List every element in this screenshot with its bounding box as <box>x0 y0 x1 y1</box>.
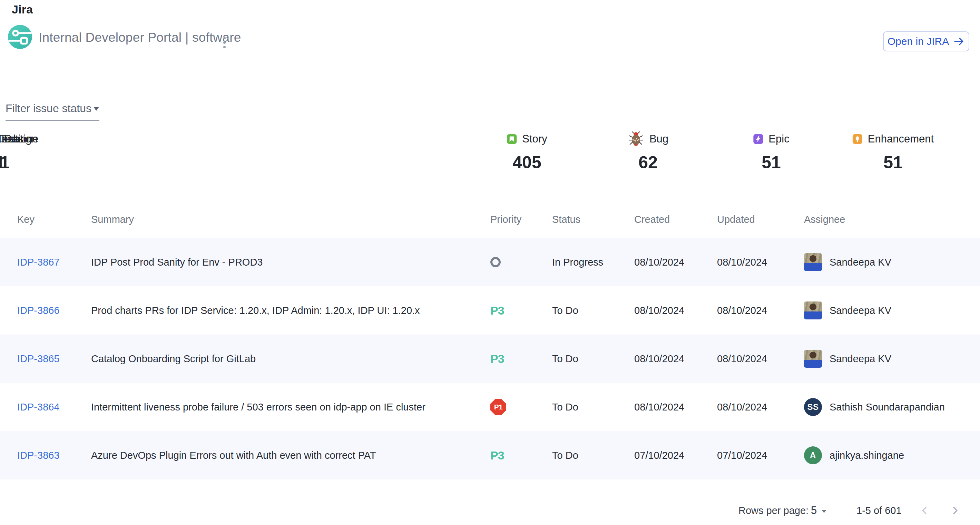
rows-per-page-label: Rows per page: <box>738 505 808 516</box>
issues-table: IDP-3867 IDP Post Prod Sanity for Env - … <box>0 238 980 479</box>
priority-p3-icon: P3 <box>490 304 504 317</box>
priority-p1-badge-icon: P1 <box>490 399 506 415</box>
assignee-name: ajinkya.shingane <box>830 450 904 461</box>
issue-key-link[interactable]: IDP-3865 <box>17 353 60 364</box>
counter-count: 51 <box>883 152 903 173</box>
counter-count: 1 <box>0 152 5 173</box>
priority-p3-icon: P3 <box>490 352 504 365</box>
counter-count: 51 <box>762 152 781 173</box>
open-in-jira-label: Open in JIRA <box>888 35 949 47</box>
kebab-icon <box>223 37 226 39</box>
counter-ux-design: UX Design 1 <box>0 128 38 173</box>
issue-key-link[interactable]: IDP-3864 <box>17 401 60 412</box>
column-header-key: Key <box>17 213 35 226</box>
entity-name: Internal Developer Portal | software <box>39 30 241 45</box>
rows-per-page-select[interactable]: 5 <box>811 504 826 517</box>
assignee-avatar-photo <box>804 253 822 271</box>
page-title: Jira <box>12 3 33 16</box>
issue-created: 08/10/2024 <box>634 401 684 413</box>
counter-story: Story 405 <box>507 128 547 173</box>
arrow-right-icon <box>953 35 965 47</box>
issue-status: In Progress <box>552 257 603 268</box>
pagination-prev-button[interactable] <box>919 504 930 516</box>
issue-summary: Prod charts PRs for IDP Service: 1.20.x,… <box>91 305 420 316</box>
counter-label: Epic <box>768 133 789 145</box>
counter-count: 405 <box>512 152 541 173</box>
counter-epic: Epic 51 <box>753 128 789 173</box>
column-header-created: Created <box>634 213 670 226</box>
issue-updated: 08/10/2024 <box>717 353 767 365</box>
issue-summary: Intermittent liveness probe failure / 50… <box>91 401 425 413</box>
pagination-next-button[interactable] <box>949 504 961 516</box>
issue-status-filter-label: Filter issue status <box>6 102 91 115</box>
jira-project-avatar-icon <box>8 25 32 49</box>
issue-key-link[interactable]: IDP-3863 <box>17 450 60 461</box>
column-header-priority: Priority <box>490 213 522 226</box>
table-row: IDP-3867 IDP Post Prod Sanity for Env - … <box>0 238 980 286</box>
counter-label: Story <box>522 133 547 145</box>
issue-status: To Do <box>552 305 578 316</box>
assignee-name: Sandeepa KV <box>830 353 891 365</box>
issue-created: 07/10/2024 <box>634 450 684 461</box>
table-row: IDP-3866 Prod charts PRs for IDP Service… <box>0 286 980 335</box>
priority-none-icon <box>490 257 501 267</box>
issue-updated: 08/10/2024 <box>717 257 767 268</box>
issue-status: To Do <box>552 450 578 461</box>
table-row: IDP-3865 Catalog Onboarding Script for G… <box>0 335 980 383</box>
assignee-name: Sathish Soundarapandian <box>830 401 945 413</box>
counter-enhancement: Enhancement 51 <box>852 128 934 173</box>
issues-table-header: Key Summary Priority Status Created Upda… <box>0 213 980 226</box>
issue-created: 08/10/2024 <box>634 305 684 316</box>
column-header-assignee: Assignee <box>804 213 845 226</box>
kebab-menu-button[interactable] <box>218 32 230 52</box>
enhancement-icon <box>852 134 863 144</box>
column-header-updated: Updated <box>717 213 755 226</box>
svg-text:</>: </> <box>633 137 640 142</box>
issue-status: To Do <box>552 401 578 413</box>
counter-label: UX Design <box>0 133 38 145</box>
issue-updated: 07/10/2024 <box>717 450 767 461</box>
issue-key-link[interactable]: IDP-3867 <box>17 257 60 268</box>
epic-icon <box>753 134 763 144</box>
issue-summary: IDP Post Prod Sanity for Env - PROD3 <box>91 257 263 268</box>
issue-created: 08/10/2024 <box>634 257 684 268</box>
dropdown-caret-icon <box>822 510 826 513</box>
issue-status-filter-select[interactable]: Filter issue status <box>6 102 99 121</box>
bug-icon: </> <box>628 131 644 147</box>
pagination-range: 1-5 of 601 <box>856 505 902 516</box>
issue-summary: Catalog Onboarding Script for GitLab <box>91 353 256 365</box>
counter-label: Bug <box>649 133 668 145</box>
assignee-name: Sandeepa KV <box>830 257 891 268</box>
chevron-left-icon <box>919 504 930 516</box>
assignee-name: Sandeepa KV <box>830 305 891 316</box>
open-in-jira-button[interactable]: Open in JIRA <box>883 32 969 51</box>
chevron-right-icon <box>949 504 961 516</box>
counter-count: 62 <box>638 152 658 173</box>
column-header-status: Status <box>552 213 581 226</box>
assignee-avatar-photo <box>804 350 822 368</box>
table-row: IDP-3863 Azure DevOps Plugin Errors out … <box>0 431 980 479</box>
priority-p3-icon: P3 <box>490 449 504 462</box>
issue-updated: 08/10/2024 <box>717 305 767 316</box>
counter-label: Enhancement <box>868 133 934 145</box>
story-icon <box>507 134 517 144</box>
counter-bug: </> Bug 62 <box>628 128 668 173</box>
column-header-summary: Summary <box>91 213 134 226</box>
assignee-avatar-photo <box>804 301 822 319</box>
rows-per-page-value: 5 <box>811 504 817 517</box>
issue-status: To Do <box>552 353 578 365</box>
issue-key-link[interactable]: IDP-3866 <box>17 305 60 316</box>
assignee-avatar: A <box>804 446 822 464</box>
dropdown-caret-icon <box>94 107 99 111</box>
table-pagination: Rows per page: 5 1-5 of 601 <box>0 498 980 523</box>
table-row: IDP-3864 Intermittent liveness probe fai… <box>0 383 980 431</box>
issue-created: 08/10/2024 <box>634 353 684 365</box>
assignee-avatar: SS <box>804 398 822 416</box>
issue-summary: Azure DevOps Plugin Errors out with Auth… <box>91 450 376 461</box>
issue-updated: 08/10/2024 <box>717 401 767 413</box>
